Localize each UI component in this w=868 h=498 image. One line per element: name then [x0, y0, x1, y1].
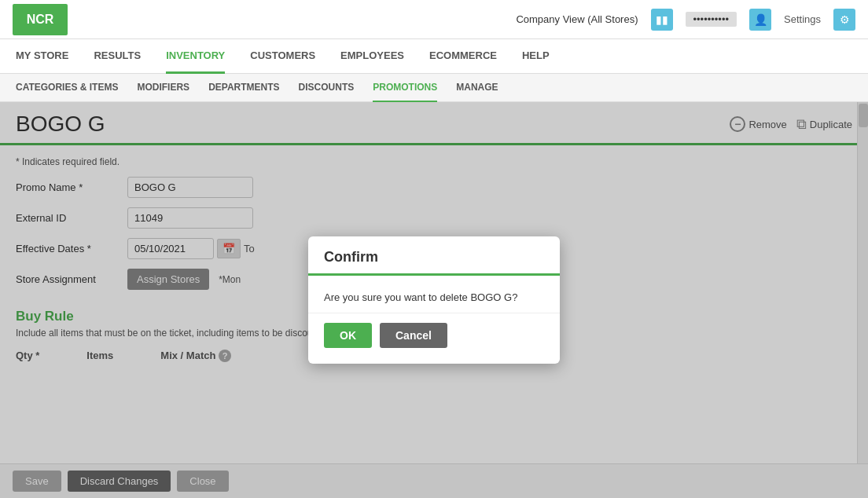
store-icon[interactable]: ▮▮ — [651, 9, 673, 31]
nav-item-customers[interactable]: CUSTOMERS — [250, 39, 315, 74]
sub-nav-discounts[interactable]: DISCOUNTS — [299, 74, 355, 102]
modal-footer: OK Cancel — [308, 313, 560, 364]
modal-overlay: Confirm Are you sure you want to delete … — [0, 102, 868, 498]
sub-nav-modifiers[interactable]: MODIFIERS — [137, 74, 189, 102]
sub-nav-promotions[interactable]: PROMOTIONS — [373, 74, 437, 102]
nav-item-my-store[interactable]: MY STORE — [16, 39, 68, 74]
modal-message: Are you sure you want to delete BOGO G? — [324, 291, 517, 303]
page-content: BOGO G − Remove ⧉ Duplicate * Indicates … — [0, 102, 868, 498]
settings-icon[interactable]: ⚙ — [833, 9, 855, 31]
settings-label: Settings — [784, 13, 821, 25]
nav-item-help[interactable]: HELP — [522, 39, 550, 74]
sub-nav: CATEGORIES & ITEMS MODIFIERS DEPARTMENTS… — [0, 74, 868, 102]
sub-nav-departments[interactable]: DEPARTMENTS — [208, 74, 279, 102]
top-bar: NCR Company View (All Stores) ▮▮ •••••••… — [0, 0, 868, 39]
modal-cancel-button[interactable]: Cancel — [380, 323, 447, 348]
nav-item-results[interactable]: RESULTS — [94, 39, 141, 74]
ncr-logo-text: NCR — [27, 13, 54, 27]
modal-title: Confirm — [324, 249, 378, 265]
top-bar-right: Company View (All Stores) ▮▮ •••••••••• … — [516, 9, 855, 31]
nav-item-employees[interactable]: EMPLOYEES — [340, 39, 404, 74]
user-name: •••••••••• — [686, 12, 737, 27]
modal-header: Confirm — [308, 236, 560, 276]
modal-ok-button[interactable]: OK — [324, 323, 372, 348]
user-icon[interactable]: 👤 — [749, 9, 771, 31]
company-view-label: Company View (All Stores) — [516, 13, 638, 25]
sub-nav-categories[interactable]: CATEGORIES & ITEMS — [16, 74, 118, 102]
main-nav: MY STORE RESULTS INVENTORY CUSTOMERS EMP… — [0, 39, 868, 74]
nav-item-ecommerce[interactable]: ECOMMERCE — [429, 39, 497, 74]
confirm-modal: Confirm Are you sure you want to delete … — [308, 236, 560, 364]
modal-body: Are you sure you want to delete BOGO G? — [308, 276, 560, 313]
ncr-logo: NCR — [13, 4, 68, 35]
nav-item-inventory[interactable]: INVENTORY — [166, 39, 225, 74]
sub-nav-manage[interactable]: MANAGE — [456, 74, 498, 102]
